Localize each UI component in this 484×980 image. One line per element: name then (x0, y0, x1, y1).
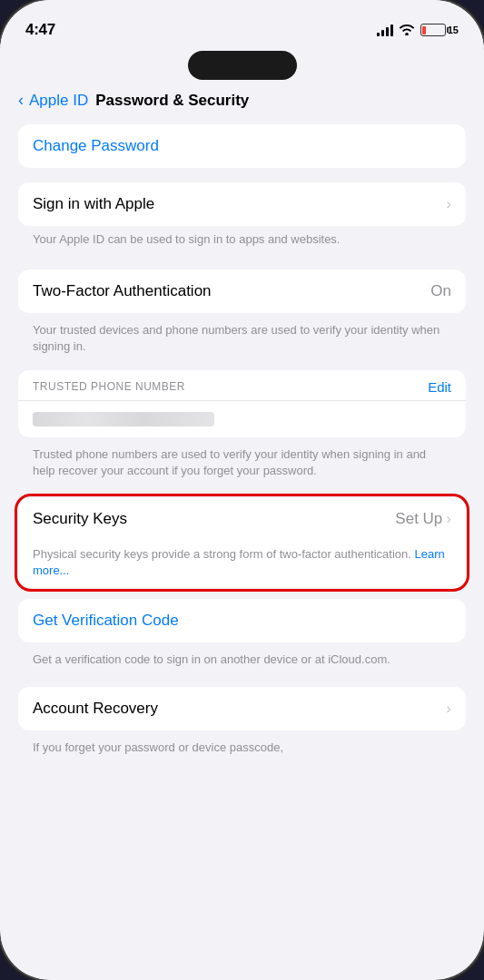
trusted-phone-header-label: TRUSTED PHONE NUMBER (33, 380, 185, 393)
trusted-phone-section: TRUSTED PHONE NUMBER Edit Trusted phone … (0, 370, 484, 486)
verification-code-label: Get Verification Code (33, 612, 179, 629)
security-keys-row[interactable]: Security Keys Set Up › (18, 497, 466, 541)
back-chevron-icon: ‹ (18, 91, 24, 110)
account-recovery-description: If you forget your password or device pa… (18, 734, 466, 763)
dynamic-island (188, 51, 297, 80)
two-factor-description: Your trusted devices and phone numbers a… (18, 317, 466, 360)
account-recovery-chevron: › (446, 700, 451, 718)
signal-bars (377, 24, 393, 36)
back-label: Apple ID (29, 92, 88, 110)
security-keys-chevron: › (446, 510, 451, 528)
security-keys-card[interactable]: Security Keys Set Up › Physical security… (18, 497, 466, 588)
two-factor-card[interactable]: Two-Factor Authentication On (18, 270, 466, 313)
verification-code-card[interactable]: Get Verification Code (18, 599, 466, 642)
security-keys-label: Security Keys (33, 510, 127, 528)
two-factor-value: On (430, 282, 451, 300)
security-keys-right: Set Up › (395, 510, 451, 528)
security-keys-description: Physical security keys provide a strong … (18, 541, 466, 588)
two-factor-label: Two-Factor Authentication (33, 282, 212, 300)
signal-bar-4 (390, 24, 393, 36)
verification-code-section: Get Verification Code Get a verification… (0, 599, 484, 675)
back-button[interactable]: ‹ Apple ID (18, 91, 88, 110)
account-recovery-section: Account Recovery › If you forget your pa… (0, 687, 484, 763)
signal-bar-1 (377, 33, 380, 36)
account-recovery-card[interactable]: Account Recovery › (18, 687, 466, 730)
status-bar: 4:47 15 (0, 0, 484, 47)
change-password-label: Change Password (33, 137, 159, 155)
security-keys-desc-text: Physical security keys provide a strong … (33, 547, 411, 561)
change-password-card[interactable]: Change Password (18, 124, 466, 168)
change-password-section: Change Password (18, 124, 466, 168)
status-right-icons: 15 (377, 23, 459, 38)
signal-bar-3 (386, 27, 389, 36)
trusted-phone-card[interactable]: TRUSTED PHONE NUMBER Edit (18, 370, 466, 437)
battery-fill (422, 26, 425, 34)
battery-icon (420, 24, 446, 36)
nav-header: ‹ Apple ID Password & Security (0, 80, 484, 117)
account-recovery-label: Account Recovery (33, 700, 158, 718)
phone-number-blurred (33, 412, 214, 426)
scroll-content[interactable]: Change Password Sign in with Apple › You… (0, 117, 484, 979)
battery-container: 15 (420, 24, 459, 36)
two-factor-section: Two-Factor Authentication On Your truste… (0, 270, 484, 360)
battery-level: 15 (448, 24, 459, 35)
change-password-row[interactable]: Change Password (18, 124, 466, 168)
security-keys-value: Set Up (395, 510, 442, 528)
signal-bar-2 (381, 30, 384, 36)
phone-screen: 4:47 15 (0, 0, 484, 980)
sign-in-apple-description: Your Apple ID can be used to sign in to … (18, 226, 466, 255)
verification-code-row[interactable]: Get Verification Code (18, 599, 466, 642)
verification-code-description: Get a verification code to sign in on an… (18, 646, 466, 675)
sign-in-apple-card[interactable]: Sign in with Apple › (18, 182, 466, 226)
sign-in-apple-row[interactable]: Sign in with Apple › (18, 182, 466, 226)
wifi-icon (399, 23, 415, 38)
page-title: Password & Security (95, 92, 249, 110)
trusted-phone-header: TRUSTED PHONE NUMBER Edit (18, 370, 466, 401)
status-time: 4:47 (25, 21, 55, 39)
trusted-phone-description: Trusted phone numbers are used to verify… (18, 441, 466, 486)
account-recovery-row[interactable]: Account Recovery › (18, 687, 466, 730)
two-factor-row[interactable]: Two-Factor Authentication On (18, 270, 466, 313)
phone-number-row (18, 401, 466, 437)
sign-in-apple-section: Sign in with Apple › Your Apple ID can b… (18, 182, 466, 255)
security-keys-section: Security Keys Set Up › Physical security… (0, 497, 484, 588)
sign-in-apple-label: Sign in with Apple (33, 195, 446, 213)
phone-frame: 4:47 15 (0, 0, 484, 980)
trusted-phone-edit-button[interactable]: Edit (428, 379, 451, 395)
sign-in-apple-chevron: › (446, 195, 451, 213)
